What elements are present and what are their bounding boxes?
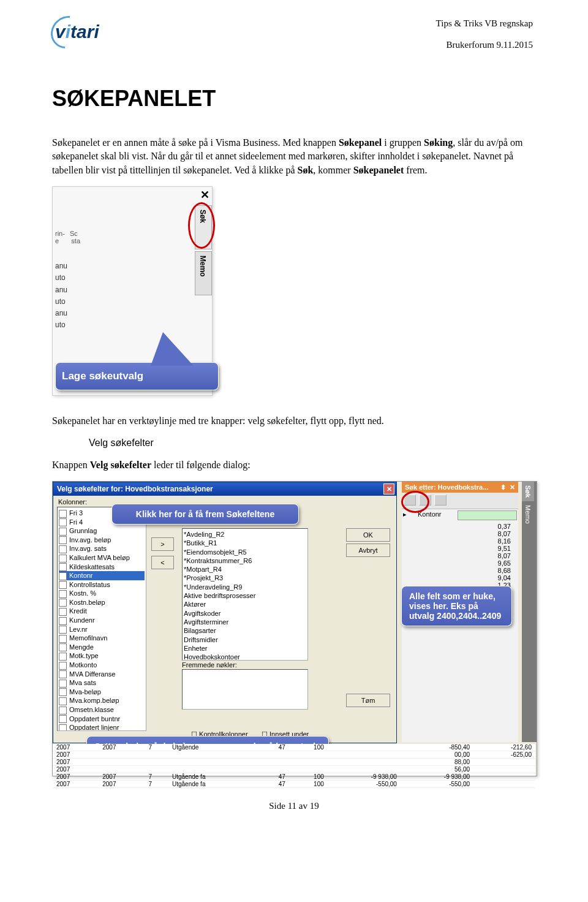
figure-dialog: Velg søkefelter for: Hovedbokstransaksjo…: [52, 481, 537, 776]
list-item[interactable]: Inv.avg. sats: [59, 544, 145, 553]
list-item[interactable]: Bilagsarter: [184, 626, 306, 635]
list-item[interactable]: Kontonr: [59, 571, 145, 580]
list-item[interactable]: Mva-beløp: [59, 688, 145, 697]
page-title: SØKEPANELET: [52, 86, 536, 112]
toolbar-icon[interactable]: [434, 495, 447, 506]
highlight-circle: [188, 202, 215, 249]
list-item[interactable]: MVA Differanse: [59, 670, 145, 679]
close-icon[interactable]: ✕: [200, 188, 209, 202]
row-fragments: anu uto anu uto anu uto: [55, 260, 67, 331]
listbox-middle[interactable]: *Avdeling_R2*Butikk_R1*Eiendomsobjekt_R5…: [182, 528, 308, 661]
list-item[interactable]: Avgiftsterminer: [184, 618, 306, 626]
dialog-velg-sokefelter: Velg søkefelter for: Hovedbokstransaksjo…: [53, 482, 397, 743]
kontonr-input[interactable]: [458, 510, 517, 520]
listbox-kolonner[interactable]: Fri 3Fri 4GrunnlagInv.avg. beløpInv.avg.…: [57, 507, 146, 731]
value-cell: 9,04: [404, 574, 516, 582]
list-item[interactable]: Inv.avg. beløp: [59, 536, 145, 545]
list-item[interactable]: *Avdeling_R2: [184, 530, 306, 539]
dialog-titlebar: Velg søkefelter for: Hovedbokstransaksjo…: [53, 482, 396, 496]
list-item[interactable]: Enheter: [184, 644, 306, 653]
value-cell: 8,68: [404, 567, 516, 574]
value-cell: 9,65: [404, 559, 516, 567]
list-item[interactable]: *Kontraktsnummer_R6: [184, 556, 306, 565]
list-item[interactable]: Grunnlag: [59, 526, 145, 536]
expand-icon[interactable]: ▸: [403, 510, 409, 520]
list-item[interactable]: Kalkulert MVA beløp: [59, 553, 145, 563]
list-item[interactable]: Avgiftskoder: [184, 609, 306, 618]
move-right-button[interactable]: >: [151, 537, 174, 551]
bottom-table: 200720077Utgående47100-850,40-212,602007…: [53, 744, 535, 776]
vertical-tabstrip: Søk Memo: [522, 482, 537, 742]
list-item[interactable]: Aktører: [184, 600, 306, 608]
list-item[interactable]: Memofilnavn: [59, 634, 145, 643]
move-left-button[interactable]: <: [151, 556, 174, 569]
list-item[interactable]: Kredit: [59, 607, 145, 616]
list-item[interactable]: Hovedbokskontoer: [184, 653, 306, 661]
value-cell: 8,07: [404, 552, 516, 559]
value-cell: 9,51: [404, 545, 516, 552]
dialog-intro-paragraph: Knappen Velg søkefelter leder til følgen…: [52, 458, 536, 472]
callout-lage-sokeutvalg: Lage søkeutvalg: [55, 362, 219, 390]
list-item[interactable]: *Eiendomsobjekt_R5: [184, 548, 306, 556]
value-cell: 8,07: [404, 530, 516, 537]
logo: vitari: [55, 21, 99, 42]
list-item[interactable]: *Underavdeling_R9: [184, 583, 306, 591]
value-cell: 0,37: [404, 523, 516, 530]
listbox-fremmede[interactable]: [182, 669, 308, 710]
list-item[interactable]: Oppdatert buntnr: [59, 714, 145, 724]
list-item[interactable]: *Prosjekt_R3: [184, 574, 306, 582]
list-item[interactable]: Motkonto: [59, 661, 145, 670]
list-item[interactable]: Kundenr: [59, 616, 145, 625]
pin-icon[interactable]: ⬍: [500, 483, 506, 491]
list-item[interactable]: Driftsmidler: [184, 635, 306, 644]
header-line1: Tips & Triks VB regnskap: [436, 18, 533, 29]
list-item[interactable]: Kostn.beløp: [59, 598, 145, 607]
list-item[interactable]: Kostn. %: [59, 589, 145, 598]
list-item[interactable]: Lev.nr: [59, 625, 145, 634]
list-item[interactable]: Mva.komp.beløp: [59, 696, 145, 705]
tab-memo[interactable]: Memo: [522, 501, 534, 528]
close-icon[interactable]: ✕: [510, 483, 515, 491]
callout-alle-felt: Alle felt som er huke, vises her. Eks på…: [401, 586, 512, 626]
list-item[interactable]: Oppdatert linjenr: [59, 723, 145, 731]
intro-paragraph: Søkepanelet er en annen måte å søke på i…: [52, 136, 536, 177]
page-footer: Side 11 av 19: [52, 801, 536, 811]
tom-button[interactable]: Tøm: [346, 694, 390, 707]
list-item[interactable]: *Motpart_R4: [184, 565, 306, 574]
label-kolonner: Kolonner:: [58, 498, 87, 506]
list-item[interactable]: Mva sats: [59, 678, 145, 688]
column-headers: rin-Sc e sta: [55, 230, 85, 244]
callout-klikk-her: Klikk her for å få frem Søkefeltene: [111, 504, 299, 525]
list-item[interactable]: Motk.type: [59, 651, 145, 661]
close-icon[interactable]: ✕: [383, 483, 394, 495]
ok-button[interactable]: OK: [346, 528, 390, 542]
list-item[interactable]: *Butikk_R1: [184, 539, 306, 547]
value-cell: 8,16: [404, 537, 516, 545]
header-line2: Brukerforum 9.11.2015: [436, 40, 533, 50]
page-header: Tips & Triks VB regnskap Brukerforum 9.1…: [436, 18, 533, 50]
list-item[interactable]: Omsetn.klasse: [59, 705, 145, 714]
list-item[interactable]: Kildeskattesats: [59, 563, 145, 572]
vertical-tab-memo[interactable]: Memo: [195, 251, 212, 295]
figure-search-panel: ✕ Søk Memo rin-Sc e sta anu uto anu uto …: [52, 186, 213, 396]
label-fremmede: Fremmede nøkler:: [182, 661, 237, 669]
highlight-circle: [401, 491, 429, 513]
tab-sok[interactable]: Søk: [522, 482, 534, 501]
avbryt-button[interactable]: Avbryt: [346, 544, 390, 557]
subheading-velg-sokefelter: Velg søkefelter: [89, 438, 536, 449]
list-item[interactable]: Mengde: [59, 643, 145, 652]
list-item[interactable]: Aktive bedriftsprosesser: [184, 591, 306, 600]
list-item[interactable]: Kontrollstatus: [59, 580, 145, 589]
toolbar-paragraph: Søkepanelet har en verktøylinje med tre …: [52, 414, 536, 428]
